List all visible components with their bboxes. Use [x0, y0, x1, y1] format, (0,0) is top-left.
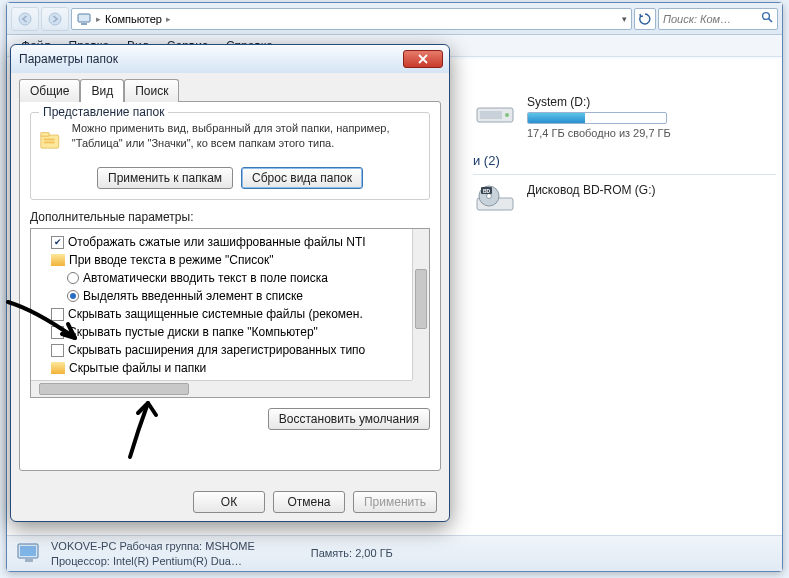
- folder-options-dialog: Параметры папок Общие Вид Поиск Представ…: [10, 44, 450, 522]
- computer-icon: [15, 541, 43, 567]
- breadcrumb-item[interactable]: Компьютер: [105, 13, 162, 25]
- svg-point-17: [487, 194, 492, 199]
- tab-search[interactable]: Поиск: [124, 79, 179, 102]
- close-button[interactable]: [403, 50, 443, 68]
- svg-rect-25: [44, 138, 55, 140]
- option-hide-empty[interactable]: Скрывать пустые диски в папке "Компьютер…: [35, 323, 425, 341]
- svg-rect-24: [41, 132, 49, 136]
- svg-line-5: [769, 19, 772, 22]
- option-list-typing: При вводе текста в режиме "Список": [35, 251, 425, 269]
- dialog-titlebar[interactable]: Параметры папок: [11, 45, 449, 73]
- tabs: Общие Вид Поиск: [11, 73, 449, 101]
- horizontal-scrollbar[interactable]: [31, 380, 412, 397]
- option-auto-search[interactable]: Автоматически вводить текст в поле поиск…: [35, 269, 425, 287]
- cancel-button[interactable]: Отмена: [273, 491, 345, 513]
- refresh-button[interactable]: [634, 8, 656, 30]
- checkbox-icon[interactable]: [51, 236, 64, 249]
- folder-view-description: Можно применить вид, выбранный для этой …: [72, 121, 421, 159]
- computer-icon: [76, 11, 92, 27]
- bdrom-icon: BD: [473, 183, 517, 219]
- group-header: и (2): [473, 153, 776, 168]
- drives-pane: System (D:) 17,4 ГБ свободно из 29,7 ГБ …: [467, 59, 782, 535]
- tab-general[interactable]: Общие: [19, 79, 80, 102]
- status-cpu-label: Процессор:: [51, 555, 110, 567]
- checkbox-icon[interactable]: [51, 308, 64, 321]
- apply-button[interactable]: Применить: [353, 491, 437, 513]
- search-input[interactable]: Поиск: Ком…: [658, 8, 778, 30]
- svg-point-0: [19, 13, 31, 25]
- folder-icon: [51, 254, 65, 266]
- forward-button[interactable]: [41, 7, 69, 31]
- svg-rect-22: [25, 559, 33, 562]
- breadcrumb-sep-icon: ▸: [166, 14, 171, 24]
- search-icon: [761, 11, 773, 26]
- apply-to-folders-button[interactable]: Применить к папкам: [97, 167, 233, 189]
- option-hide-protected[interactable]: Скрывать защищенные системные файлы (рек…: [35, 305, 425, 323]
- reset-folders-button[interactable]: Сброс вида папок: [241, 167, 363, 189]
- vertical-scrollbar[interactable]: [412, 229, 429, 380]
- nav-bar: ▸ Компьютер ▸ ▾ Поиск: Ком…: [7, 3, 782, 35]
- ok-button[interactable]: ОК: [193, 491, 265, 513]
- free-space-label: 17,4 ГБ свободно из 29,7 ГБ: [527, 127, 671, 139]
- group-title: Представление папок: [39, 105, 168, 119]
- svg-rect-26: [44, 141, 55, 143]
- address-bar[interactable]: ▸ Компьютер ▸ ▾: [71, 8, 632, 30]
- dialog-title: Параметры папок: [17, 52, 403, 66]
- status-cpu-value: Intel(R) Pentium(R) Dua…: [113, 555, 242, 567]
- radio-icon[interactable]: [67, 272, 79, 284]
- svg-point-4: [763, 13, 770, 20]
- folder-large-icon: [39, 121, 62, 159]
- tab-view[interactable]: Вид: [80, 79, 124, 102]
- close-icon: [417, 54, 429, 64]
- option-compressed[interactable]: Отображать сжатые или зашифрованные файл…: [35, 233, 425, 251]
- option-highlight[interactable]: Выделять введенный элемент в списке: [35, 287, 425, 305]
- svg-rect-2: [78, 14, 90, 22]
- svg-point-14: [505, 113, 509, 117]
- drive-item[interactable]: System (D:) 17,4 ГБ свободно из 29,7 ГБ: [473, 95, 776, 139]
- folder-view-group: Представление папок Можно применить вид,…: [30, 112, 430, 200]
- option-hide-ext[interactable]: Скрывать расширения для зарегистрированн…: [35, 341, 425, 359]
- advanced-settings-label: Дополнительные параметры:: [30, 210, 430, 224]
- status-mem-value: 2,00 ГБ: [355, 547, 393, 559]
- drive-name: Дисковод BD-ROM (G:): [527, 183, 656, 197]
- svg-rect-3: [81, 23, 87, 25]
- search-placeholder: Поиск: Ком…: [663, 13, 731, 25]
- svg-rect-13: [480, 111, 502, 119]
- checkbox-icon[interactable]: [51, 326, 64, 339]
- svg-text:BD: BD: [483, 188, 491, 194]
- svg-point-1: [49, 13, 61, 25]
- status-bar: VOKOVE-PC Рабочая группа: MSHOME Процесс…: [7, 535, 782, 571]
- restore-defaults-button[interactable]: Восстановить умолчания: [268, 408, 430, 430]
- checkbox-icon[interactable]: [51, 344, 64, 357]
- back-button[interactable]: [11, 7, 39, 31]
- folder-icon: [51, 362, 65, 374]
- status-mem-label: Память:: [311, 547, 352, 559]
- radio-icon[interactable]: [67, 290, 79, 302]
- drive-name: System (D:): [527, 95, 671, 109]
- advanced-settings-tree: Отображать сжатые или зашифрованные файл…: [30, 228, 430, 398]
- dropdown-icon[interactable]: ▾: [622, 14, 627, 24]
- breadcrumb-sep-icon: ▸: [96, 14, 101, 24]
- tab-body-view: Представление папок Можно применить вид,…: [19, 101, 441, 471]
- hdd-icon: [473, 95, 517, 131]
- storage-bar: [527, 112, 667, 124]
- svg-rect-21: [20, 546, 36, 556]
- option-hidden-folder: Скрытые файлы и папки: [35, 359, 425, 377]
- drive-item[interactable]: BD Дисковод BD-ROM (G:): [473, 183, 776, 219]
- status-host: VOKOVE-PC Рабочая группа: MSHOME: [51, 539, 255, 553]
